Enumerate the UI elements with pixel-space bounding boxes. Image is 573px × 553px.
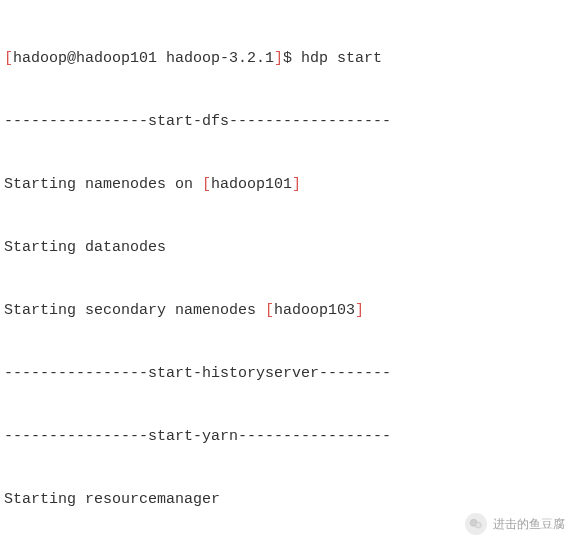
text-part: Starting namenodes on [4,176,202,193]
prompt-dollar: $ [283,50,301,67]
hostname: hadoop101 [211,176,292,193]
bracket-close: ] [274,50,283,67]
output-line: Starting datanodes [4,237,569,258]
svg-point-1 [475,522,481,528]
watermark: 进击的鱼豆腐 [465,513,565,535]
bracket-open: [ [4,50,13,67]
bracket-close: ] [355,302,364,319]
output-line: ----------------start-historyserver-----… [4,363,569,384]
output-line: ----------------start-yarn--------------… [4,426,569,447]
watermark-text: 进击的鱼豆腐 [493,514,565,535]
output-line: Starting namenodes on [hadoop101] [4,174,569,195]
terminal-output[interactable]: [hadoop@hadoop101 hadoop-3.2.1]$ hdp sta… [4,6,569,553]
wechat-icon [465,513,487,535]
text-part: Starting secondary namenodes [4,302,265,319]
output-line: ----------------start-dfs---------------… [4,111,569,132]
prompt-line-1: [hadoop@hadoop101 hadoop-3.2.1]$ hdp sta… [4,48,569,69]
output-line: Starting resourcemanager [4,489,569,510]
bracket-open: [ [202,176,211,193]
prompt-user-host: hadoop@hadoop101 hadoop-3.2.1 [13,50,274,67]
output-line: Starting secondary namenodes [hadoop103] [4,300,569,321]
bracket-open: [ [265,302,274,319]
hostname: hadoop103 [274,302,355,319]
bracket-close: ] [292,176,301,193]
command-text: hdp start [301,50,382,67]
